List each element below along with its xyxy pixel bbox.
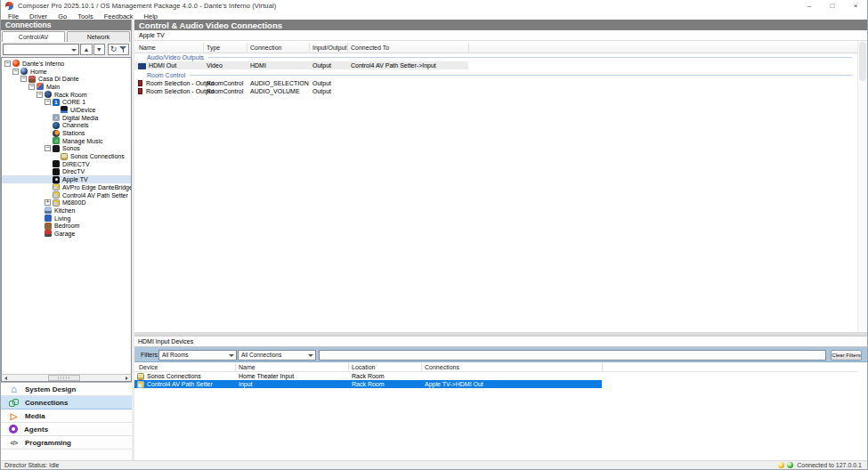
cell-name: Room Selection - Output: [138, 79, 215, 87]
column-header-location[interactable]: Location: [352, 364, 375, 370]
close-button[interactable]: ×: [844, 0, 867, 12]
bedroom-icon: [45, 223, 52, 230]
tree-item-digital-media[interactable]: Digital Media: [2, 114, 131, 122]
collapse-icon[interactable]: −: [12, 69, 19, 75]
filter-search-input[interactable]: [319, 350, 826, 361]
device-row-sonos-connections[interactable]: Sonos ConnectionsHome Theater InputRack …: [134, 372, 602, 380]
search-next-button[interactable]: ▼: [93, 44, 105, 55]
filter-bar: Filters: All Rooms All Connections Clear…: [134, 347, 867, 362]
group-rule: [208, 57, 852, 58]
tree-item-stations[interactable]: Stations: [2, 129, 131, 137]
status-led-green-icon: [787, 462, 793, 468]
scrollbar-thumb[interactable]: [48, 375, 80, 381]
maximize-button[interactable]: □: [821, 0, 844, 12]
connection-row[interactable]: HDMI OutVideoHDMIOutputControl4 AV Path …: [134, 61, 468, 69]
sidebar-item-media[interactable]: ▷Media: [1, 409, 132, 423]
sidebar-item-label: Connections: [25, 399, 68, 407]
tree-item-sonos-connections[interactable]: Sonos Connections: [2, 152, 131, 160]
search-prev-button[interactable]: ▲: [80, 44, 92, 55]
tree-item-uidevice[interactable]: UIDevice: [2, 106, 131, 114]
scrollbar-thumb[interactable]: [859, 42, 866, 81]
clear-filters-button[interactable]: Clear Filters: [831, 350, 862, 361]
column-header-connection[interactable]: Connection: [250, 45, 281, 51]
vertical-scrollbar[interactable]: [857, 41, 867, 332]
tree-item-apple-tv[interactable]: Apple TV: [2, 175, 131, 183]
tree-horizontal-scrollbar[interactable]: [1, 374, 132, 382]
connection-row[interactable]: Room Selection - OutputRoomControlAUDIO_…: [134, 79, 468, 87]
cell-connected-to: Control4 AV Path Setter->Input: [351, 61, 436, 69]
scroll-left-icon[interactable]: [2, 375, 10, 381]
tree-item-label: Rack Room: [54, 92, 87, 98]
tree-item-main[interactable]: −Main: [2, 83, 131, 91]
tree-item-bedroom[interactable]: Bedroom: [2, 222, 131, 230]
av-path-setter-icon: [137, 381, 144, 388]
column-header-connected-to[interactable]: Connected To: [351, 45, 389, 51]
controller-icon: [12, 60, 20, 67]
tab-control-av[interactable]: Control/AV: [2, 31, 65, 42]
directv-icon: [53, 160, 60, 167]
tree-item-directv[interactable]: DIRECTV: [2, 160, 131, 168]
devices-table-header: DeviceNameLocationConnections: [134, 362, 857, 372]
column-header-device[interactable]: Device: [139, 364, 158, 370]
cell-type: RoomControl: [207, 87, 243, 95]
room-filter-value: All Rooms: [162, 352, 189, 358]
filter-button[interactable]: [118, 45, 128, 54]
tree-item-avpro-edge-dantebridge-8x8[interactable]: AVPro Edge DanteBridge 8x8: [2, 183, 131, 191]
tree-item-dante-s-inferno[interactable]: −Dante's Inferno: [2, 60, 131, 68]
connection-row[interactable]: Room Selection - OutputRoomControlAUDIO_…: [134, 87, 468, 95]
sonos-connections-icon: [137, 373, 144, 380]
tree-item-control4-av-path-setter[interactable]: Control4 AV Path Setter: [2, 191, 131, 199]
kitchen-icon: [45, 207, 52, 214]
tree-item-casa-di-dante[interactable]: −Casa Di Dante: [2, 75, 131, 83]
collapse-icon[interactable]: −: [37, 92, 43, 98]
tree-item-home[interactable]: −Home: [2, 68, 131, 76]
column-header-name[interactable]: Name: [239, 364, 256, 370]
tree-item-garage[interactable]: Garage: [2, 230, 131, 238]
main-panel: Control & Audio Video Connections Apple …: [134, 20, 867, 460]
tree-item-m6800d[interactable]: +M6800D: [2, 199, 131, 207]
column-divider: [235, 363, 236, 371]
tree-item-sonos[interactable]: −Sonos: [2, 145, 131, 153]
tree-item-rack-room[interactable]: −Rack Room: [2, 91, 131, 99]
tree-item-living[interactable]: Living: [2, 215, 131, 223]
tab-network[interactable]: Network: [67, 31, 130, 42]
tree-item-manage-music[interactable]: Manage Music: [2, 137, 131, 145]
device-row-control4-av-path-setter[interactable]: Control4 AV Path SetterInputRack RoomApp…: [134, 380, 602, 388]
cell-io: Output: [312, 61, 331, 69]
programming-icon: </>: [9, 438, 19, 448]
refresh-button[interactable]: ↻: [109, 45, 118, 54]
filter-funnel-icon: [119, 45, 127, 53]
column-header-type[interactable]: Type: [207, 45, 220, 51]
tree-item-channels[interactable]: Channels: [2, 122, 131, 130]
room-control-icon: [138, 80, 142, 86]
sidebar-item-programming[interactable]: </>Programming: [1, 436, 132, 450]
collapse-icon[interactable]: −: [45, 145, 51, 151]
connection-filter-select[interactable]: All Connections: [238, 350, 316, 361]
collapse-icon[interactable]: −: [4, 61, 11, 67]
cell-io: Output: [312, 87, 331, 95]
scroll-right-icon[interactable]: [123, 375, 131, 381]
column-header-input-output[interactable]: Input/Output: [312, 45, 347, 51]
search-combobox[interactable]: [3, 44, 79, 55]
sidebar-item-connections[interactable]: Connections: [1, 396, 132, 409]
combo-dropdown-icon: [308, 354, 313, 357]
tree-item-label: Control4 AV Path Setter: [62, 192, 128, 199]
column-divider: [347, 43, 348, 52]
minimize-button[interactable]: –: [798, 0, 821, 12]
tree-item-kitchen[interactable]: Kitchen: [2, 207, 131, 215]
combo-dropdown-icon[interactable]: [71, 49, 77, 52]
room-filter-select[interactable]: All Rooms: [158, 350, 237, 361]
cell-name: Input: [239, 380, 253, 388]
dante-bridge-icon: [53, 183, 60, 190]
sidebar-item-system-design[interactable]: ⌂System Design: [1, 383, 132, 396]
tree-item-directv[interactable]: DirecTV: [2, 168, 131, 176]
sidebar-item-agents[interactable]: Agents: [1, 423, 132, 436]
expand-icon[interactable]: +: [45, 199, 51, 206]
apple-tv-icon: [53, 176, 60, 183]
collapse-icon[interactable]: −: [45, 99, 51, 105]
collapse-icon[interactable]: −: [28, 84, 35, 90]
tree-item-core-1[interactable]: −CORE 1: [2, 98, 131, 106]
column-header-name[interactable]: Name: [139, 45, 156, 51]
collapse-icon[interactable]: −: [20, 76, 27, 82]
column-header-connections[interactable]: Connections: [425, 364, 459, 370]
